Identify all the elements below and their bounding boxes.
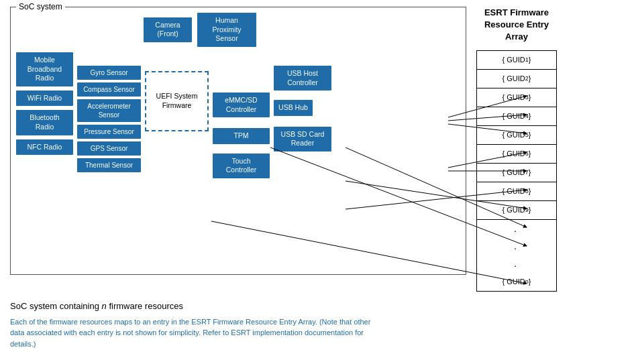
nfc-box: NFC Radio xyxy=(16,139,73,156)
mobile-broadband-box: MobileBroadbandRadio xyxy=(16,52,73,86)
uefi-box: UEFI SystemFirmware xyxy=(145,71,209,131)
guid-row-8: { GUID8 } xyxy=(477,182,556,201)
guid-row-6: { GUID6 } xyxy=(477,145,556,164)
caption-area: SoC system containing n firmware resourc… xyxy=(10,301,624,350)
touch-box: TouchController xyxy=(213,154,270,178)
wifi-box: WiFi Radio xyxy=(16,90,73,107)
controller-column: eMMC/SDController TPM TouchController xyxy=(213,93,270,178)
gyro-box: Gyro Sensor xyxy=(77,66,141,80)
usb-hub-box: USB Hub xyxy=(274,100,313,116)
sensor-column: Gyro Sensor Compass Sensor Accelerometer… xyxy=(77,66,141,172)
bluetooth-box: BluetoothRadio xyxy=(16,110,73,135)
gps-box: GPS Sensor xyxy=(77,141,141,156)
soc-system-box: SoC system Camera(Front) Human Proximity… xyxy=(10,7,466,275)
radio-column: MobileBroadbandRadio WiFi Radio Bluetoot… xyxy=(16,52,73,155)
emmc-box: eMMC/SDController xyxy=(213,93,270,117)
guid-row-3: { GUID3 } xyxy=(477,88,556,107)
usb-sd-box: USB SD CardReader xyxy=(274,127,331,151)
guid-dots-2: . xyxy=(477,237,556,255)
guid-row-7: { GUID7 } xyxy=(477,164,556,182)
accelerometer-box: AccelerometerSensor xyxy=(77,99,141,122)
usb-column: USB HostController USB Hub USB SD CardRe… xyxy=(274,66,334,151)
guid-row-9: { GUID9 } xyxy=(477,201,556,220)
usb-host-box: USB HostController xyxy=(274,66,331,90)
guid-row-n: { GUIDn } xyxy=(477,272,556,291)
guid-row-2: { GUID2 } xyxy=(477,70,556,88)
guid-dots-3: . xyxy=(477,255,556,272)
guid-row-5: { GUID5 } xyxy=(477,126,556,145)
caption-detail: Each of the firmware resources maps to a… xyxy=(10,316,372,350)
esrt-title: ESRT FirmwareResource EntryArray xyxy=(484,7,549,44)
guid-table: { GUID1 } { GUID2 } { GUID3 } { GUID4 } … xyxy=(476,50,557,292)
esrt-panel: ESRT FirmwareResource EntryArray { GUID1… xyxy=(473,7,560,292)
camera-box: Camera(Front) xyxy=(144,17,192,42)
pressure-box: Pressure Sensor xyxy=(77,125,141,139)
guid-row-4: { GUID4 } xyxy=(477,107,556,126)
proximity-box: Human ProximitySensor xyxy=(197,13,256,47)
thermal-box: Thermal Sensor xyxy=(77,158,141,172)
compass-box: Compass Sensor xyxy=(77,82,141,97)
tpm-box: TPM xyxy=(213,128,270,144)
guid-dots: . xyxy=(477,220,556,237)
caption-main: SoC system containing n firmware resourc… xyxy=(10,301,624,311)
soc-system-label: SoC system xyxy=(16,2,65,11)
guid-row-1: { GUID1 } xyxy=(477,51,556,70)
